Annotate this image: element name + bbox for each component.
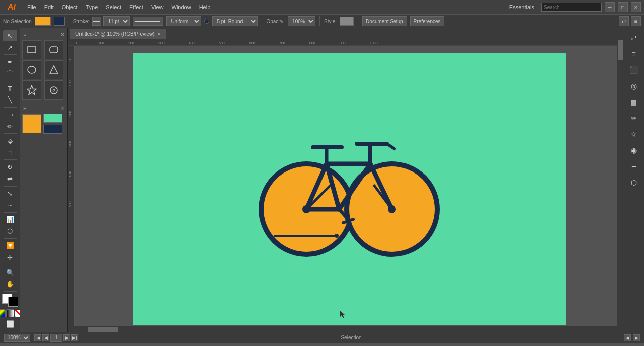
tool-sep-9 [4, 265, 17, 265]
stroke-cap-select[interactable]: 5 pt. Round [212, 16, 258, 26]
type-tool[interactable]: T [3, 82, 17, 94]
color-mode-btn[interactable] [0, 309, 6, 317]
opacity-select[interactable]: 100% [288, 16, 315, 26]
stroke-swatch[interactable] [54, 17, 65, 26]
page-first-btn[interactable]: |◀ [34, 334, 41, 341]
toolbar-divider-3 [319, 16, 320, 26]
appearance-panel-btn[interactable]: ◎ [626, 78, 641, 94]
scale-tool[interactable]: ⤡ [3, 188, 17, 199]
perspective-tool[interactable]: ⬡ [3, 226, 17, 237]
canvas-tab-main[interactable]: Untitled-1* @ 100% (RGB/Preview) × [70, 29, 166, 39]
brushes-panel-btn[interactable]: ✏ [626, 111, 641, 126]
rounded-rect-shape-btn[interactable] [44, 40, 63, 59]
menu-select[interactable]: Select [102, 2, 125, 12]
star-shape-btn[interactable] [22, 80, 41, 100]
menu-effect[interactable]: Effect [125, 2, 147, 12]
panel-toggle-icon[interactable]: ≡ [631, 16, 641, 26]
colors-panel-close[interactable]: × [61, 105, 64, 112]
no-fill-btn[interactable] [15, 309, 21, 317]
menu-object[interactable]: Object [58, 2, 82, 12]
polygon-shape-btn[interactable] [44, 60, 63, 79]
stroke-weight-select[interactable]: 11 pt [103, 16, 130, 26]
page-next-btn[interactable]: ▶ [63, 334, 70, 341]
ruler-vertical: 0 100 200 300 400 500 [68, 46, 75, 326]
canvas-tab-close[interactable]: × [157, 31, 160, 37]
swatches-panel-btn[interactable]: ▦ [626, 95, 641, 110]
scrollbar-horizontal[interactable] [68, 326, 617, 332]
symbols-panel-btn[interactable]: ☆ [626, 127, 641, 142]
status-scroll-right[interactable]: ▶ [633, 334, 640, 341]
stroke-panel-btn[interactable]: ━ [626, 159, 641, 174]
close-button[interactable]: ✕ [631, 2, 641, 12]
menu-type[interactable]: Type [82, 2, 102, 12]
scrollbar-vertical[interactable] [617, 39, 623, 332]
artboard-tool[interactable]: ⬜ [3, 319, 17, 330]
graph-tool[interactable]: 📊 [3, 214, 17, 225]
svg-text:400: 400 [68, 171, 72, 177]
rectangle-shape-btn[interactable] [22, 40, 41, 59]
gradient-mode-btn[interactable] [6, 309, 14, 317]
pen-tool[interactable]: ✒ [3, 56, 17, 67]
eraser-tool[interactable]: ◻ [3, 147, 17, 158]
stroke-line-preview[interactable] [133, 17, 163, 26]
stroke-label: Stroke: [73, 19, 90, 24]
style-swatch[interactable] [340, 17, 354, 26]
rectangle-tool[interactable]: ▭ [3, 109, 17, 120]
scrollbar-horizontal-thumb[interactable] [88, 327, 118, 332]
stroke-type-select[interactable]: Uniform [166, 16, 201, 26]
preferences-button[interactable]: Preferences [410, 16, 444, 26]
eyedropper-tool[interactable]: 🔽 [3, 240, 17, 251]
curvature-tool[interactable]: ⌒ [3, 68, 17, 79]
canvas-tabs: Untitled-1* @ 100% (RGB/Preview) × [68, 28, 623, 39]
zoom-select[interactable]: 100% [4, 334, 30, 342]
panel-teal-swatch[interactable] [43, 114, 62, 123]
canvas-viewport[interactable] [75, 46, 623, 332]
svg-rect-0 [28, 47, 36, 53]
search-input[interactable] [541, 3, 602, 12]
status-scroll-left[interactable]: ◀ [624, 334, 631, 341]
shapes-panel-expand[interactable]: » [23, 32, 26, 38]
menu-file[interactable]: File [23, 2, 40, 12]
arrange-icon[interactable]: ⇄ [619, 16, 629, 26]
scrollbar-vertical-thumb[interactable] [618, 40, 623, 60]
menu-edit[interactable]: Edit [40, 2, 58, 12]
doc-setup-button[interactable]: Document Setup [362, 16, 407, 26]
menu-help[interactable]: Help [195, 2, 215, 12]
zoom-tool[interactable]: 🔍 [3, 267, 17, 278]
page-last-btn[interactable]: ▶| [71, 334, 78, 341]
page-prev-btn[interactable]: ◀ [42, 334, 49, 341]
pathfinder-panel-btn[interactable]: ⬛ [626, 62, 641, 77]
rotate-tool[interactable]: ↻ [3, 161, 17, 172]
minimize-button[interactable]: ─ [605, 2, 615, 12]
menu-view[interactable]: View [147, 2, 168, 12]
shapes-panel-close[interactable]: × [61, 31, 64, 38]
selection-tool[interactable]: ↖ [3, 30, 17, 41]
direct-select-tool[interactable]: ↗ [3, 42, 17, 53]
warp-tool[interactable]: ~ [3, 200, 17, 211]
flare-shape-btn[interactable] [44, 80, 63, 100]
panel-yellow-swatch[interactable] [22, 114, 41, 133]
fill-swatch[interactable] [35, 17, 51, 26]
panel-navy-swatch[interactable] [43, 125, 62, 134]
selection-group: No Selection [3, 19, 32, 24]
panel-swatches [22, 114, 65, 134]
essentials-dropdown[interactable]: Essentials [505, 2, 538, 12]
line-tool[interactable]: ╲ [3, 95, 17, 106]
hand-tool[interactable]: ✋ [3, 278, 17, 289]
move-tool[interactable]: ✛ [3, 252, 17, 263]
color-guide-btn[interactable]: ⬡ [626, 175, 641, 190]
paintbucket-tool[interactable]: ⬙ [3, 135, 17, 146]
colors-panel-expand[interactable]: » [23, 106, 26, 111]
shapes-panel-header: » × [22, 30, 65, 40]
mirror-tool[interactable]: ⇌ [3, 173, 17, 184]
menu-window[interactable]: Window [168, 2, 195, 12]
maximize-button[interactable]: □ [618, 2, 628, 12]
stroke-color-swatch[interactable] [8, 297, 18, 307]
canvas-area[interactable]: Untitled-1* @ 100% (RGB/Preview) × 0 100… [68, 28, 623, 332]
align-panel-btn[interactable]: ≡ [626, 46, 641, 61]
ellipse-shape-btn[interactable] [22, 60, 41, 79]
pencil-tool[interactable]: ✏ [3, 121, 17, 132]
transform-panel-btn[interactable]: ⇄ [626, 30, 641, 45]
graphic-styles-btn[interactable]: ◉ [626, 143, 641, 158]
page-number-input[interactable] [50, 334, 62, 342]
